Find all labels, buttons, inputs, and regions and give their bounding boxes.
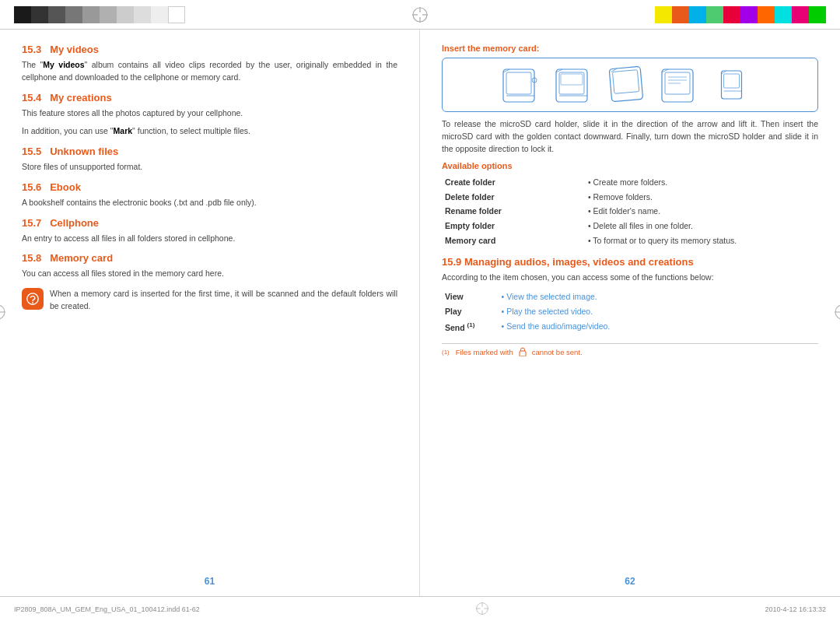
swatch-6 xyxy=(100,6,117,23)
main-content: 15.3 My videos The "My videos" album con… xyxy=(0,30,840,596)
heading-15-9: 15.9 Managing audios, images, videos and… xyxy=(442,256,818,268)
top-bar xyxy=(0,0,840,30)
swatch-1 xyxy=(14,6,31,23)
manage-label-1: View xyxy=(442,290,499,305)
heading-15-7: 15.7 Cellphone xyxy=(22,217,397,229)
section-15-3: 15.3 My videos The "My videos" album con… xyxy=(22,44,397,84)
option-value-4: • Delete all files in one folder. xyxy=(585,219,818,234)
swatch-r7 xyxy=(758,6,775,23)
option-label-2: Delete folder xyxy=(442,190,585,205)
card-svg-5 xyxy=(712,65,760,105)
heading-15-6-title: Ebook xyxy=(50,181,81,193)
crosshair-top-center xyxy=(411,5,429,24)
manage-value-2: • Play the selected video. xyxy=(499,305,818,320)
option-row-3: Rename folder • Edit folder's name. xyxy=(442,205,818,219)
swatch-4 xyxy=(65,6,82,23)
swatch-10 xyxy=(168,6,185,23)
heading-15-4-num: 15.4 xyxy=(22,92,41,104)
swatch-7 xyxy=(117,6,134,23)
page-right: Insert the memory card: xyxy=(420,30,840,596)
section-15-9: 15.9 Managing audios, images, videos and… xyxy=(442,256,818,335)
mark-bold: Mark xyxy=(114,126,133,135)
send-superscript: (1) xyxy=(467,321,475,328)
heading-15-3-text: 15.3 xyxy=(22,44,41,55)
page-number-left: 61 xyxy=(205,576,215,587)
svg-rect-32 xyxy=(722,71,742,99)
heading-15-4: 15.4 My creations xyxy=(22,92,397,104)
svg-rect-33 xyxy=(724,74,740,88)
swatch-3 xyxy=(48,6,65,23)
swatch-r3 xyxy=(689,6,706,23)
swatch-r2 xyxy=(672,6,689,23)
card-svg-1 xyxy=(500,65,548,105)
swatch-5 xyxy=(82,6,100,23)
card-svg-2 xyxy=(553,65,601,105)
swatches-left xyxy=(14,6,185,23)
heading-15-7-title: Cellphone xyxy=(50,217,99,229)
heading-15-6-num: 15.6 xyxy=(22,181,41,193)
heading-15-5-num: 15.5 xyxy=(22,146,41,157)
heading-15-8-num: 15.8 xyxy=(22,252,41,264)
manage-table: View • View the selected image. Play • P… xyxy=(442,290,818,335)
svg-rect-23 xyxy=(561,74,583,85)
bottom-bar: IP2809_808A_UM_GEM_Eng_USA_01_100412.ind… xyxy=(0,596,840,621)
option-value-5: • To format or to query its memory statu… xyxy=(585,233,818,248)
body-15-4-1: This feature stores all the photos captu… xyxy=(22,107,397,120)
manage-label-3: Send (1) xyxy=(442,319,499,335)
page-number-right: 62 xyxy=(625,576,635,587)
heading-15-6: 15.6 Ebook xyxy=(22,181,397,193)
heading-15-8-title: Memory card xyxy=(50,252,113,264)
option-row-1: Create folder • Create more folders. xyxy=(442,175,818,190)
swatches-right xyxy=(655,6,826,23)
managing-body: According to the item chosen, you can ac… xyxy=(442,272,818,284)
bottom-left-text: IP2809_808A_UM_GEM_Eng_USA_01_100412.ind… xyxy=(14,605,200,613)
manage-value-1: • View the selected image. xyxy=(499,290,818,305)
svg-point-11 xyxy=(32,302,33,303)
manage-label-2: Play xyxy=(442,305,499,320)
heading-15-5: 15.5 Unknown files xyxy=(22,146,397,157)
body-15-8: You can access all files stored in the m… xyxy=(22,268,397,280)
crosshair-bottom-center xyxy=(475,602,489,617)
bottom-right-text: 2010-4-12 16:13:32 xyxy=(765,605,826,613)
option-label-4: Empty folder xyxy=(442,219,585,234)
heading-15-3: 15.3 My videos xyxy=(22,44,397,55)
heading-15-4-title: My creations xyxy=(50,92,111,104)
footnote-text-end: cannot be sent. xyxy=(532,348,583,356)
section-15-4: 15.4 My creations This feature stores al… xyxy=(22,92,397,139)
body-15-3-bold: My videos xyxy=(43,60,84,69)
swatch-r10 xyxy=(809,6,826,23)
option-value-1: • Create more folders. xyxy=(585,175,818,190)
heading-15-8: 15.8 Memory card xyxy=(22,252,397,264)
heading-15-3-title: My videos xyxy=(50,44,99,55)
svg-rect-27 xyxy=(662,69,693,102)
page-left: 15.3 My videos The "My videos" album con… xyxy=(0,30,420,596)
options-table: Create folder • Create more folders. Del… xyxy=(442,175,818,248)
insert-body-text: To release the microSD card holder, slid… xyxy=(442,118,818,155)
manage-value-3: • Send the audio/image/video. xyxy=(499,319,818,335)
swatch-9 xyxy=(151,6,168,23)
footnote-text-pre: Files marked with xyxy=(456,348,513,356)
option-row-4: Empty folder • Delete all files in one f… xyxy=(442,219,818,234)
swatch-r5 xyxy=(723,6,740,23)
body-15-6: A bookshelf contains the electronic book… xyxy=(22,197,397,209)
section-15-6: 15.6 Ebook A bookshelf contains the elec… xyxy=(22,181,397,209)
option-row-5: Memory card • To format or to query its … xyxy=(442,233,818,248)
available-options-heading: Available options xyxy=(442,161,818,170)
card-svg-3 xyxy=(606,65,654,105)
body-15-7: An entry to access all files in all fold… xyxy=(22,233,397,245)
footnote-superscript: (1) xyxy=(442,349,450,356)
option-value-3: • Edit folder's name. xyxy=(585,205,818,219)
section-15-7: 15.7 Cellphone An entry to access all fi… xyxy=(22,217,397,245)
option-label-1: Create folder xyxy=(442,175,585,190)
svg-rect-18 xyxy=(506,72,531,94)
option-label-3: Rename folder xyxy=(442,205,585,219)
note-box: When a memory card is inserted for the f… xyxy=(22,288,397,313)
section-15-5: 15.5 Unknown files Store files of unsupp… xyxy=(22,146,397,174)
option-value-2: • Remove folders. xyxy=(585,190,818,205)
note-text: When a memory card is inserted for the f… xyxy=(50,288,397,313)
swatch-r4 xyxy=(706,6,723,23)
heading-15-7-num: 15.7 xyxy=(22,217,41,229)
crosshair-mid-left xyxy=(0,303,6,322)
swatch-8 xyxy=(134,6,151,23)
option-label-5: Memory card xyxy=(442,233,585,248)
